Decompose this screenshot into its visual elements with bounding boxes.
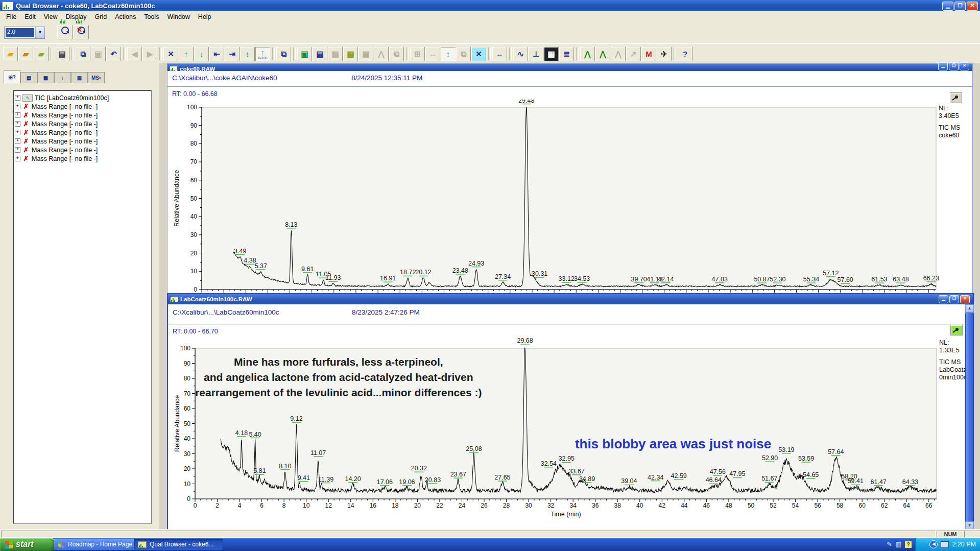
tree-item-mass-range-4[interactable]: +✗Mass Range [- no file -] — [15, 128, 150, 137]
auto-range-y-button[interactable]: ↕ — [240, 47, 255, 61]
tree-item-mass-range-3[interactable]: +✗Mass Range [- no file -] — [15, 119, 150, 128]
reset-zoom-button[interactable]: ✕ — [74, 25, 89, 39]
tab-sequence[interactable]: ↓ — [54, 72, 71, 83]
close-button[interactable]: ✕ — [967, 2, 978, 11]
window-arrange-button[interactable]: ⧉ — [276, 47, 291, 61]
split-cells-button[interactable]: ▦ — [343, 47, 358, 61]
show-hidden-icons-button[interactable]: ◀ — [929, 540, 938, 548]
menu-item-edit[interactable]: Edit — [20, 12, 40, 21]
plot-tree[interactable]: +∿TIC [LabCoatz60min100c]+✗Mass Range [-… — [13, 90, 152, 524]
tree-item-mass-range-7[interactable]: +✗Mass Range [- no file -] — [15, 154, 150, 163]
vertical-scrollbar[interactable]: ▲ ▼ — [965, 304, 973, 530]
tree-expander-icon[interactable]: + — [15, 112, 20, 118]
tree-item-mass-range-2[interactable]: +✗Mass Range [- no file -] — [15, 111, 150, 119]
minimize-button[interactable]: ▁ — [942, 2, 953, 11]
open-result-file-button[interactable]: ▰ — [18, 47, 33, 61]
open-raw-file-button[interactable]: ▰ — [3, 47, 18, 61]
maximize-button[interactable]: ❐ — [954, 2, 966, 11]
scroll-up-icon[interactable]: ▲ — [965, 304, 974, 313]
pan-zoom-button[interactable]: ✕ — [471, 47, 486, 61]
spectrum-view-button[interactable]: ⊥ — [529, 47, 543, 61]
chromatogram-plot-labcoatz[interactable]: 0102030405060708090100024681012141618202… — [172, 335, 961, 529]
network-icon[interactable] — [941, 541, 949, 548]
app-titlebar[interactable]: Qual Browser - coke60, LabCoatz60min100c… — [0, 0, 980, 11]
pin-header-icon-active[interactable] — [950, 325, 963, 336]
language-pen-icon[interactable]: ✎ — [887, 541, 892, 548]
menu-item-help[interactable]: Help — [194, 12, 216, 21]
tab-map[interactable]: ▦ — [37, 72, 54, 83]
pane-labcoatz60min100c[interactable]: LabCoatz60min100c.RAW ▁ ❐ ✕ C:\Xcalibur\… — [167, 293, 974, 531]
tab-info-tree[interactable]: ⊞? — [4, 70, 20, 83]
svg-text:14.20: 14.20 — [345, 475, 361, 483]
scroll-right-button[interactable]: ⇥ — [225, 47, 240, 61]
chromatogram-view-button[interactable]: ∿ — [513, 47, 528, 61]
tree-expander-icon[interactable]: + — [15, 147, 20, 153]
pane-minimize-button[interactable]: ▁ — [939, 295, 948, 303]
fit-height-button[interactable]: ↕ — [441, 47, 456, 61]
tree-item-mass-range-1[interactable]: +✗Mass Range [- no file -] — [15, 102, 150, 111]
zoom-out-y-button[interactable]: ↓ — [194, 47, 209, 61]
tab-msn[interactable]: MSⁿ — [88, 72, 105, 83]
tree-expander-icon[interactable]: + — [15, 156, 20, 161]
pane-minimize-button[interactable]: ▁ — [938, 64, 948, 70]
help-button[interactable]: ? — [678, 47, 692, 61]
report-view-button[interactable]: ≣ — [559, 47, 574, 61]
menu-item-file[interactable]: File — [2, 12, 20, 21]
undo-button[interactable]: ↶ — [106, 47, 121, 61]
scroll-right-icon: ⇥ — [229, 50, 235, 58]
svg-text:50: 50 — [748, 502, 755, 509]
exclude-airplane-button[interactable]: ✈ — [657, 47, 672, 61]
taskbar-task-2[interactable]: Qual Browser - coke6... — [134, 539, 223, 550]
peak-detect-button[interactable]: ⋀ — [580, 47, 595, 61]
scrollbar-thumb[interactable] — [965, 313, 974, 522]
zoom-level-combobox[interactable]: 2.0 ▼ — [4, 27, 45, 39]
normalize-0-100-button[interactable]: ↑0-100 — [255, 47, 270, 61]
combo-dropdown-icon[interactable]: ▼ — [35, 27, 44, 38]
menu-item-grid[interactable]: Grid — [91, 12, 111, 21]
tree-expander-icon[interactable]: + — [15, 104, 20, 109]
copy-button[interactable]: ⧉ — [76, 47, 90, 61]
tree-item-label: Mass Range [- no file -] — [32, 112, 98, 119]
taskbar-task-1[interactable]: Roadmap - Home Page — [54, 539, 138, 550]
previous-view-button[interactable]: ← — [492, 47, 507, 61]
tree-expander-icon[interactable]: + — [15, 130, 20, 135]
table-view-button[interactable]: ▦ — [544, 47, 559, 61]
pane-close-button[interactable]: ✕ — [960, 64, 969, 70]
pane-labcoatz-titlebar[interactable]: LabCoatz60min100c.RAW ▁ ❐ ✕ — [168, 294, 973, 304]
help-tray-icon[interactable]: ? — [905, 541, 912, 548]
menu-item-tools[interactable]: Tools — [140, 12, 163, 21]
tree-item-tic[interactable]: +∿TIC [LabCoatz60min100c] — [15, 93, 150, 102]
svg-text:29.48: 29.48 — [518, 100, 534, 104]
chromatogram-plot-coke60[interactable]: 0102030405060708090100Relative Abundance… — [172, 100, 961, 293]
start-button[interactable]: start — [0, 538, 56, 551]
pane-close-button[interactable]: ✕ — [960, 295, 970, 303]
tree-item-mass-range-5[interactable]: +✗Mass Range [- no file -] — [15, 137, 150, 146]
tree-expander-icon[interactable]: + — [15, 138, 20, 144]
tab-spectra[interactable]: ▥ — [71, 72, 88, 83]
open-layout-button[interactable]: ▰ — [34, 47, 49, 61]
pane-coke60-titlebar[interactable]: coke60.RAW ▁ ❐ ✕ — [168, 64, 972, 71]
peak-integrate-icon: ⋀ — [600, 50, 606, 58]
tree-item-mass-range-6[interactable]: +✗Mass Range [- no file -] — [15, 146, 150, 154]
tree-expander-icon[interactable]: + — [15, 95, 20, 101]
zoom-level-value[interactable]: 2.0 — [6, 28, 34, 37]
zoom-reset-axes-button[interactable]: ✕ — [163, 47, 178, 61]
pane-maximize-button[interactable]: ❐ — [949, 295, 959, 303]
zoom-in-y-button[interactable]: ↑ — [179, 47, 194, 61]
tic-plot-icon: ∿ — [22, 94, 33, 102]
tree-expander-icon[interactable]: + — [15, 121, 20, 127]
keyboard-icon[interactable]: ▥ — [896, 541, 901, 548]
pane-coke60[interactable]: coke60.RAW ▁ ❐ ✕ C:\Xcalibur\...\coke AG… — [167, 63, 973, 294]
print-button[interactable]: ▤ — [55, 47, 69, 61]
pane-maximize-button[interactable]: ❐ — [949, 64, 959, 70]
cell-information-button[interactable]: ▤ — [313, 47, 327, 61]
menu-item-view[interactable]: View — [40, 12, 62, 21]
display-options-button[interactable]: ▣ — [297, 47, 312, 61]
menu-item-actions[interactable]: Actions — [111, 12, 140, 21]
menu-item-window[interactable]: Window — [163, 12, 194, 21]
apply-zoom-button[interactable] — [57, 25, 73, 39]
peak-integrate-button[interactable]: ⋀ — [595, 47, 610, 61]
scroll-left-button[interactable]: ⇤ — [209, 47, 224, 61]
tab-report[interactable]: ▤ — [20, 72, 37, 83]
mass-marker-button[interactable]: M — [641, 47, 656, 61]
